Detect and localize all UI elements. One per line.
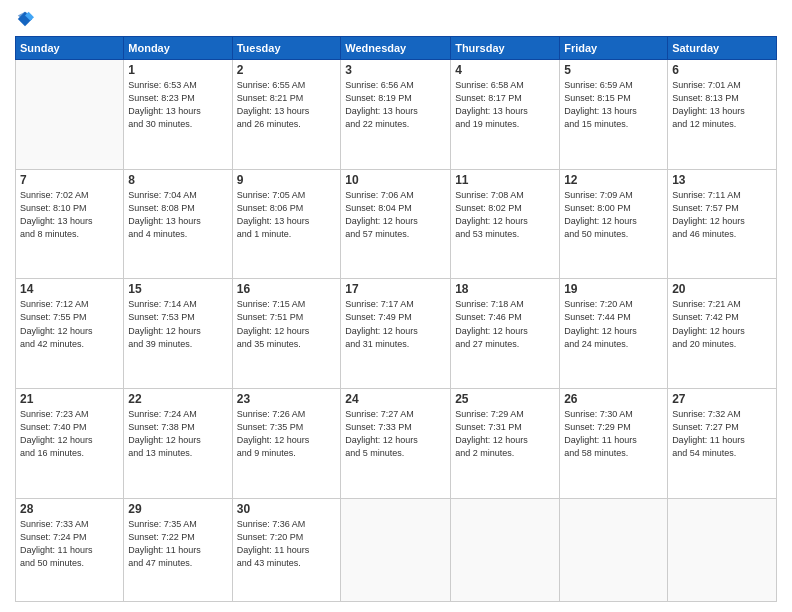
weekday-header-wednesday: Wednesday [341,37,451,60]
calendar-week-row: 21Sunrise: 7:23 AM Sunset: 7:40 PM Dayli… [16,389,777,499]
day-detail: Sunrise: 7:06 AM Sunset: 8:04 PM Dayligh… [345,189,446,241]
day-detail: Sunrise: 7:27 AM Sunset: 7:33 PM Dayligh… [345,408,446,460]
calendar-week-row: 28Sunrise: 7:33 AM Sunset: 7:24 PM Dayli… [16,498,777,601]
calendar-cell: 25Sunrise: 7:29 AM Sunset: 7:31 PM Dayli… [451,389,560,499]
day-number: 4 [455,63,555,77]
day-number: 30 [237,502,337,516]
calendar-cell: 29Sunrise: 7:35 AM Sunset: 7:22 PM Dayli… [124,498,232,601]
day-number: 22 [128,392,227,406]
calendar-cell [341,498,451,601]
day-detail: Sunrise: 7:21 AM Sunset: 7:42 PM Dayligh… [672,298,772,350]
logo [15,10,34,28]
day-number: 12 [564,173,663,187]
day-number: 26 [564,392,663,406]
day-detail: Sunrise: 6:55 AM Sunset: 8:21 PM Dayligh… [237,79,337,131]
calendar-cell: 8Sunrise: 7:04 AM Sunset: 8:08 PM Daylig… [124,169,232,279]
calendar-cell [668,498,777,601]
calendar-cell: 10Sunrise: 7:06 AM Sunset: 8:04 PM Dayli… [341,169,451,279]
day-detail: Sunrise: 7:08 AM Sunset: 8:02 PM Dayligh… [455,189,555,241]
day-detail: Sunrise: 7:05 AM Sunset: 8:06 PM Dayligh… [237,189,337,241]
day-detail: Sunrise: 7:24 AM Sunset: 7:38 PM Dayligh… [128,408,227,460]
weekday-header-thursday: Thursday [451,37,560,60]
header [15,10,777,28]
calendar-cell: 26Sunrise: 7:30 AM Sunset: 7:29 PM Dayli… [560,389,668,499]
calendar-cell: 13Sunrise: 7:11 AM Sunset: 7:57 PM Dayli… [668,169,777,279]
day-number: 7 [20,173,119,187]
day-detail: Sunrise: 7:30 AM Sunset: 7:29 PM Dayligh… [564,408,663,460]
day-detail: Sunrise: 7:17 AM Sunset: 7:49 PM Dayligh… [345,298,446,350]
day-number: 16 [237,282,337,296]
calendar-cell: 9Sunrise: 7:05 AM Sunset: 8:06 PM Daylig… [232,169,341,279]
day-number: 25 [455,392,555,406]
weekday-header-saturday: Saturday [668,37,777,60]
day-detail: Sunrise: 7:23 AM Sunset: 7:40 PM Dayligh… [20,408,119,460]
calendar-cell: 1Sunrise: 6:53 AM Sunset: 8:23 PM Daylig… [124,60,232,170]
logo-icon [16,10,34,28]
day-number: 15 [128,282,227,296]
day-number: 23 [237,392,337,406]
calendar-cell: 5Sunrise: 6:59 AM Sunset: 8:15 PM Daylig… [560,60,668,170]
calendar-cell: 2Sunrise: 6:55 AM Sunset: 8:21 PM Daylig… [232,60,341,170]
day-detail: Sunrise: 6:53 AM Sunset: 8:23 PM Dayligh… [128,79,227,131]
day-detail: Sunrise: 7:14 AM Sunset: 7:53 PM Dayligh… [128,298,227,350]
day-detail: Sunrise: 7:29 AM Sunset: 7:31 PM Dayligh… [455,408,555,460]
day-detail: Sunrise: 7:33 AM Sunset: 7:24 PM Dayligh… [20,518,119,570]
calendar-cell: 11Sunrise: 7:08 AM Sunset: 8:02 PM Dayli… [451,169,560,279]
day-detail: Sunrise: 7:04 AM Sunset: 8:08 PM Dayligh… [128,189,227,241]
day-number: 20 [672,282,772,296]
weekday-header-row: SundayMondayTuesdayWednesdayThursdayFrid… [16,37,777,60]
calendar-week-row: 14Sunrise: 7:12 AM Sunset: 7:55 PM Dayli… [16,279,777,389]
day-number: 19 [564,282,663,296]
calendar-cell: 7Sunrise: 7:02 AM Sunset: 8:10 PM Daylig… [16,169,124,279]
calendar-cell: 23Sunrise: 7:26 AM Sunset: 7:35 PM Dayli… [232,389,341,499]
day-number: 24 [345,392,446,406]
day-number: 18 [455,282,555,296]
calendar-week-row: 7Sunrise: 7:02 AM Sunset: 8:10 PM Daylig… [16,169,777,279]
calendar-table: SundayMondayTuesdayWednesdayThursdayFrid… [15,36,777,602]
day-number: 8 [128,173,227,187]
day-detail: Sunrise: 7:02 AM Sunset: 8:10 PM Dayligh… [20,189,119,241]
day-detail: Sunrise: 7:26 AM Sunset: 7:35 PM Dayligh… [237,408,337,460]
calendar-cell: 16Sunrise: 7:15 AM Sunset: 7:51 PM Dayli… [232,279,341,389]
day-detail: Sunrise: 7:15 AM Sunset: 7:51 PM Dayligh… [237,298,337,350]
day-detail: Sunrise: 6:58 AM Sunset: 8:17 PM Dayligh… [455,79,555,131]
day-detail: Sunrise: 7:12 AM Sunset: 7:55 PM Dayligh… [20,298,119,350]
calendar-cell: 24Sunrise: 7:27 AM Sunset: 7:33 PM Dayli… [341,389,451,499]
page: SundayMondayTuesdayWednesdayThursdayFrid… [0,0,792,612]
day-number: 9 [237,173,337,187]
calendar-cell: 6Sunrise: 7:01 AM Sunset: 8:13 PM Daylig… [668,60,777,170]
day-number: 29 [128,502,227,516]
day-number: 3 [345,63,446,77]
day-number: 13 [672,173,772,187]
calendar-cell: 21Sunrise: 7:23 AM Sunset: 7:40 PM Dayli… [16,389,124,499]
calendar-cell: 17Sunrise: 7:17 AM Sunset: 7:49 PM Dayli… [341,279,451,389]
calendar-cell: 12Sunrise: 7:09 AM Sunset: 8:00 PM Dayli… [560,169,668,279]
weekday-header-friday: Friday [560,37,668,60]
calendar-cell: 30Sunrise: 7:36 AM Sunset: 7:20 PM Dayli… [232,498,341,601]
calendar-cell: 19Sunrise: 7:20 AM Sunset: 7:44 PM Dayli… [560,279,668,389]
calendar-cell: 15Sunrise: 7:14 AM Sunset: 7:53 PM Dayli… [124,279,232,389]
calendar-cell: 18Sunrise: 7:18 AM Sunset: 7:46 PM Dayli… [451,279,560,389]
day-detail: Sunrise: 7:32 AM Sunset: 7:27 PM Dayligh… [672,408,772,460]
day-number: 6 [672,63,772,77]
day-detail: Sunrise: 7:01 AM Sunset: 8:13 PM Dayligh… [672,79,772,131]
day-detail: Sunrise: 7:09 AM Sunset: 8:00 PM Dayligh… [564,189,663,241]
weekday-header-monday: Monday [124,37,232,60]
calendar-cell: 27Sunrise: 7:32 AM Sunset: 7:27 PM Dayli… [668,389,777,499]
day-number: 2 [237,63,337,77]
day-number: 10 [345,173,446,187]
day-detail: Sunrise: 7:18 AM Sunset: 7:46 PM Dayligh… [455,298,555,350]
day-detail: Sunrise: 7:35 AM Sunset: 7:22 PM Dayligh… [128,518,227,570]
day-detail: Sunrise: 7:11 AM Sunset: 7:57 PM Dayligh… [672,189,772,241]
day-detail: Sunrise: 6:59 AM Sunset: 8:15 PM Dayligh… [564,79,663,131]
day-detail: Sunrise: 7:20 AM Sunset: 7:44 PM Dayligh… [564,298,663,350]
calendar-cell [16,60,124,170]
calendar-cell: 4Sunrise: 6:58 AM Sunset: 8:17 PM Daylig… [451,60,560,170]
day-number: 21 [20,392,119,406]
calendar-cell [560,498,668,601]
day-number: 1 [128,63,227,77]
day-number: 11 [455,173,555,187]
calendar-week-row: 1Sunrise: 6:53 AM Sunset: 8:23 PM Daylig… [16,60,777,170]
day-number: 28 [20,502,119,516]
calendar-cell: 20Sunrise: 7:21 AM Sunset: 7:42 PM Dayli… [668,279,777,389]
